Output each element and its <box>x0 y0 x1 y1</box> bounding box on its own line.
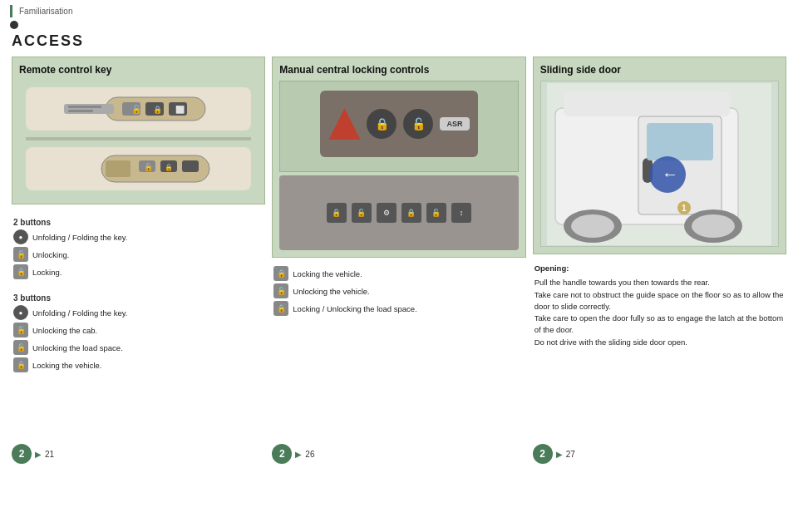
svg-text:🔒: 🔒 <box>165 163 173 171</box>
main-columns: Remote control key <box>12 57 786 464</box>
info-item-unfold-2: ● Unfolding / Folding the key. <box>13 229 264 244</box>
info-label-unfold-3: Unfolding / Folding the key. <box>32 308 127 318</box>
key-svg-2: 🔓 🔒 <box>56 149 222 189</box>
opening-title: Opening: <box>534 263 785 274</box>
opening-line-0: Pull the handle towards you then towards… <box>534 278 710 287</box>
lock-item-icon-2: 🔒 <box>273 301 288 316</box>
badge-page-col3: 27 <box>566 450 575 459</box>
key-svg-1: 🔓 🔒 ⬜ <box>56 89 222 129</box>
locking-panel-image: 🔒 🔓 ASR <box>279 81 518 172</box>
remote-key-title: Remote control key <box>19 64 258 76</box>
unlock-icon-2: 🔓 <box>13 247 28 262</box>
badge-num-col2: 2 <box>272 444 292 464</box>
lock-icon-2: 🔒 <box>13 264 28 279</box>
footer-badge-col2: 2 ▶ 26 <box>272 437 525 464</box>
info-item-unlock-load: 🔓 Unlocking the load space. <box>13 340 264 355</box>
locking-item-1: 🔓 Unlocking the vehicle. <box>273 283 524 298</box>
manual-locking-panel: Manual central locking controls 🔒 🔓 ASR … <box>272 57 525 258</box>
locking-control-inner: 🔒 🔓 ASR <box>320 91 477 157</box>
badge-page-col2: 26 <box>305 450 314 459</box>
small-btn-6: ↕ <box>451 203 471 223</box>
small-btn-1: 🔒 <box>327 203 347 223</box>
buttons-3-title: 3 buttons <box>13 293 264 303</box>
circle-icon-2: ● <box>13 229 28 244</box>
svg-rect-25 <box>647 123 713 160</box>
info-label-unfold-2: Unfolding / Folding the key. <box>32 233 127 242</box>
svg-text:⬜: ⬜ <box>175 105 185 115</box>
svg-text:🔓: 🔓 <box>131 104 142 115</box>
info-label-lock-vehicle: Locking the vehicle. <box>32 361 101 370</box>
locking-item-label-0: Locking the vehicle. <box>293 269 362 278</box>
small-btn-5: 🔓 <box>426 203 446 223</box>
sliding-door-title: Sliding side door <box>540 64 779 76</box>
small-btn-2: 🔓 <box>352 203 372 223</box>
locking-item-label-1: Unlocking the vehicle. <box>293 287 369 296</box>
van-door-svg: ← 1 <box>547 83 771 245</box>
opening-line-1: Take care not to obstruct the guide spac… <box>534 290 784 311</box>
info-item-lock-2: 🔒 Locking. <box>13 264 264 279</box>
info-item-unfold-3: ● Unfolding / Folding the key. <box>13 305 264 320</box>
small-btn-3: ⚙ <box>377 203 397 223</box>
badge-page-col1: 21 <box>45 450 54 459</box>
footer-badge-col3: 2 ▶ 27 <box>533 437 786 464</box>
locking-items-list: 🔒 Locking the vehicle. 🔓 Unlocking the v… <box>272 266 525 318</box>
svg-rect-16 <box>182 160 199 172</box>
col-remote-key: Remote control key <box>12 57 265 464</box>
key-image-1: 🔓 🔒 ⬜ <box>26 87 251 131</box>
small-btn-4: 🔒 <box>401 203 421 223</box>
info-label-unlock-cab: Unlocking the cab. <box>32 326 97 335</box>
badge-num-col3: 2 <box>533 444 553 464</box>
locking-item-2: 🔒 Locking / Unlocking the load space. <box>273 301 524 316</box>
lock-item-icon-1: 🔓 <box>273 283 288 298</box>
svg-rect-4 <box>68 110 93 112</box>
manual-locking-title: Manual central locking controls <box>279 64 518 76</box>
svg-point-29 <box>692 214 735 238</box>
svg-rect-2 <box>64 104 114 114</box>
svg-text:🔒: 🔒 <box>153 105 163 115</box>
footer-badge-col1: 2 ▶ 21 <box>12 437 265 464</box>
buttons-2-title: 2 buttons <box>13 218 264 227</box>
lock-vehicle-icon: 🔒 <box>13 357 28 372</box>
opening-description: Opening: Pull the handle towards you the… <box>533 259 786 352</box>
badge-arrow-col3: ▶ <box>556 450 563 459</box>
key-image-2: 🔓 🔒 <box>26 147 251 190</box>
info-label-unlock-load: Unlocking the load space. <box>32 343 123 352</box>
svg-text:←: ← <box>662 165 678 183</box>
buttons-3-info: 3 buttons ● Unfolding / Folding the key.… <box>12 288 265 375</box>
lock-item-icon-0: 🔒 <box>273 266 288 281</box>
locking-item-label-2: Locking / Unlocking the load space. <box>293 304 416 313</box>
badge-arrow-col2: ▶ <box>295 450 302 459</box>
unlock-load-icon: 🔓 <box>13 340 28 355</box>
remote-key-panel: Remote control key <box>12 57 265 204</box>
svg-rect-13 <box>106 160 131 177</box>
opening-line-3: Do not drive with the sliding side door … <box>534 337 687 347</box>
triangle-warning-btn <box>328 108 360 140</box>
page-dot <box>10 21 18 29</box>
lock-btn-2: 🔓 <box>403 109 433 139</box>
svg-rect-3 <box>68 106 101 108</box>
svg-rect-22 <box>564 91 730 116</box>
info-item-unlock-2: 🔓 Unlocking. <box>13 247 264 262</box>
badge-num-col1: 2 <box>12 444 32 464</box>
unlock-cab-icon: 🔓 <box>13 323 28 337</box>
circle-icon-3: ● <box>13 305 28 320</box>
asr-btn: ASR <box>440 117 469 131</box>
secondary-locking-panel: 🔒 🔓 ⚙ 🔒 🔓 ↕ <box>279 175 518 250</box>
buttons-2-info: 2 buttons ● Unfolding / Folding the key.… <box>12 213 265 282</box>
info-label-lock-2: Locking. <box>32 268 62 277</box>
col-manual-locking: Manual central locking controls 🔒 🔓 ASR … <box>272 57 525 464</box>
page-title: ACCESS <box>12 32 786 50</box>
info-item-lock-vehicle: 🔒 Locking the vehicle. <box>13 357 264 372</box>
key-illustration-area: 🔓 🔒 ⬜ <box>19 81 258 197</box>
opening-line-2: Take care to open the door fully so as t… <box>534 313 783 334</box>
lock-btn-1: 🔒 <box>367 109 397 139</box>
locking-item-0: 🔒 Locking the vehicle. <box>273 266 524 281</box>
svg-point-27 <box>571 214 614 238</box>
svg-text:🔓: 🔓 <box>144 162 154 172</box>
svg-text:1: 1 <box>682 204 687 213</box>
badge-arrow-col1: ▶ <box>35 450 42 459</box>
info-label-unlock-2: Unlocking. <box>32 250 69 259</box>
section-breadcrumb: Familiarisation <box>10 5 788 17</box>
col-sliding-door: Sliding side door <box>533 57 786 464</box>
sliding-door-image: ← 1 <box>540 81 779 247</box>
